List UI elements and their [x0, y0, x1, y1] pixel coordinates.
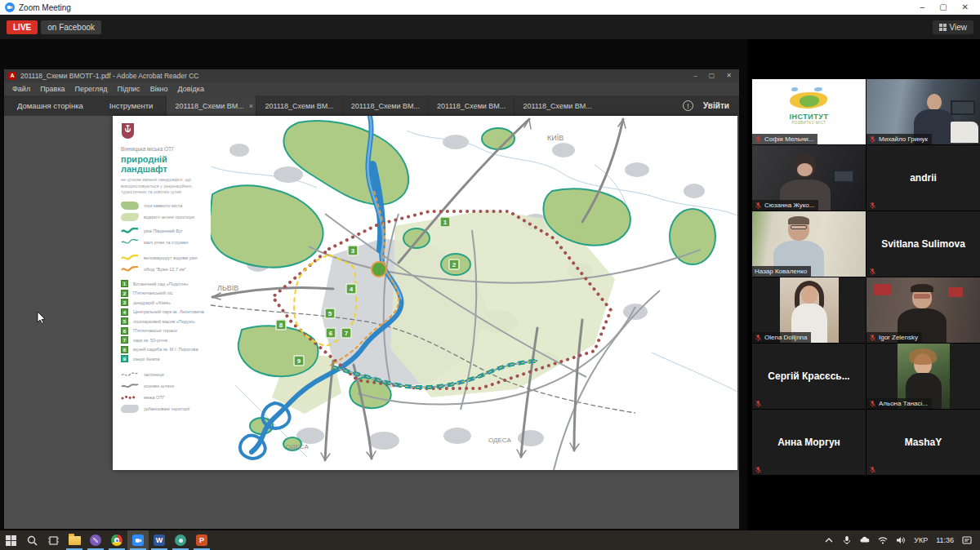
svg-text:1: 1 — [443, 219, 448, 226]
task-view-icon — [48, 535, 59, 546]
pdf-viewport[interactable]: Вінницька міська ОТГ природній ландшафт … — [4, 116, 739, 529]
onedrive-icon[interactable] — [860, 535, 870, 545]
svg-text:9: 9 — [297, 357, 301, 365]
close-tab-icon[interactable]: × — [249, 102, 253, 110]
mic-muted-icon — [869, 334, 876, 341]
start-button[interactable] — [0, 530, 21, 550]
participant-name: Svitlana Sulimova — [866, 211, 980, 277]
tab-tools[interactable]: Інструменти — [96, 95, 167, 116]
doc-tab-3[interactable]: 201118_Схеми ВМ... — [342, 95, 428, 116]
mic-muted-icon — [869, 268, 876, 275]
live-on-facebook-label[interactable]: on Facebook — [41, 20, 101, 34]
tray-mic-icon[interactable] — [842, 535, 852, 545]
institute-logo-title: ІНСТИТУТ — [777, 113, 841, 121]
site-number: 4 — [121, 308, 128, 316]
mic-muted-icon — [755, 400, 762, 407]
acrobat-maximize-icon[interactable]: ▢ — [709, 69, 715, 82]
close-icon[interactable]: ✕ — [962, 0, 969, 15]
participant-tile-active-speaker[interactable]: Назар Коваленко — [752, 211, 866, 277]
participant-tile[interactable]: Olena Dolijnna — [752, 277, 866, 343]
participant-tile[interactable]: Svitlana Sulimova — [866, 211, 980, 277]
tab-home[interactable]: Домашня сторінка — [4, 95, 96, 116]
powerpoint-button[interactable]: P — [191, 530, 212, 550]
zoom-icon — [132, 534, 144, 546]
doc-tab-2[interactable]: 201118_Схеми ВМ... — [256, 95, 341, 116]
view-button[interactable]: View — [933, 20, 974, 34]
participant-tile[interactable]: MashaY — [866, 410, 980, 475]
menu-view[interactable]: Перегляд — [75, 85, 108, 93]
acrobat-app-icon: A — [8, 72, 16, 80]
menu-sign[interactable]: Підпис — [118, 85, 140, 93]
action-center-icon[interactable] — [962, 535, 972, 545]
roads-swatch — [121, 382, 139, 390]
maximize-icon[interactable]: ▢ — [939, 0, 947, 15]
participant-tile[interactable]: Igor Zelensky — [866, 277, 980, 343]
map-legend: Вінницька міська ОТГ природній ландшафт … — [121, 122, 212, 416]
institute-logo-subtitle: РОЗВИТКУ МІСТ — [777, 121, 841, 125]
menu-edit[interactable]: Правка — [40, 85, 65, 93]
menu-file[interactable]: Файл — [12, 85, 30, 93]
label-kyiv: КИЇВ — [547, 134, 564, 142]
participant-tile[interactable]: Сюзанна Жуко... — [752, 145, 866, 211]
participant-tile[interactable]: Анна Моргун — [752, 410, 866, 475]
doc-tab-5[interactable]: 201118_Схеми ВМ... — [514, 95, 599, 116]
openland-swatch — [121, 213, 139, 221]
participant-name: Сюзанна Жуко... — [764, 202, 814, 209]
media-app-button[interactable] — [170, 530, 191, 550]
mic-muted-icon — [869, 400, 876, 407]
participant-tile[interactable]: Альона Танасі... — [866, 344, 980, 409]
participant-name: Igor Zelensky — [879, 334, 918, 341]
doc-tab-4[interactable]: 201118_Схеми ВМ... — [428, 95, 514, 116]
viber-button[interactable] — [85, 530, 106, 550]
infra-label: межа ОТГ — [144, 395, 165, 400]
site-label: Ботанічний сад «Поділля» — [133, 282, 188, 286]
clock[interactable]: 11:36 — [936, 536, 954, 544]
minimize-icon[interactable]: – — [920, 0, 925, 15]
network-icon[interactable] — [878, 535, 888, 545]
menu-window[interactable]: Вікно — [150, 85, 168, 93]
site-number: 6 — [121, 327, 128, 335]
participant-name: Анна Моргун — [752, 410, 866, 475]
word-button[interactable]: W — [149, 530, 170, 550]
participant-tile[interactable]: ІНСТИТУТ РОЗВИТКУ МІСТ Софія Мельни... — [752, 79, 866, 144]
word-icon: W — [154, 534, 165, 546]
legend-area-label: відкриті зелені простори — [144, 215, 194, 220]
doc-tab-1[interactable]: 201118_Схеми ВМ... × — [166, 95, 256, 116]
participant-tile[interactable]: Михайло Гринук — [866, 79, 980, 144]
file-explorer-button[interactable] — [64, 530, 85, 550]
legend-area-label: малі річки та струмки — [144, 240, 188, 245]
acrobat-minimize-icon[interactable]: – — [693, 69, 697, 82]
participant-tile[interactable]: Сергій Красєсь... — [752, 344, 866, 409]
mic-muted-icon — [755, 202, 762, 209]
acrobat-titlebar: A 201118_Схеми ВМОТГ-1.pdf - Adobe Acrob… — [4, 69, 739, 82]
language-indicator[interactable]: УКР — [914, 536, 928, 544]
svg-text:5: 5 — [328, 310, 332, 317]
hidden-icons-chevron[interactable] — [824, 535, 834, 545]
site-number: 1 — [121, 280, 128, 287]
participants-panel: ІНСТИТУТ РОЗВИТКУ МІСТ Софія Мельни... М… — [747, 39, 980, 530]
site-label: Центральний парк ім. Леонтовича — [133, 309, 204, 314]
ukraine-map-logo-icon — [786, 87, 832, 112]
acrobat-menubar: Файл Правка Перегляд Підпис Вікно Довідк… — [4, 82, 739, 95]
svg-text:6: 6 — [329, 330, 333, 337]
zoom-app-button[interactable] — [127, 530, 149, 550]
svg-text:2: 2 — [452, 261, 457, 268]
label-odesa-b: ОДЕСА — [488, 437, 511, 444]
boundary-swatch — [121, 393, 139, 401]
railway-swatch — [121, 370, 139, 379]
sign-in-button[interactable]: Увійти — [703, 101, 729, 110]
search-button[interactable] — [21, 530, 42, 550]
bike-route-swatch — [121, 254, 139, 262]
acrobat-close-icon[interactable]: ✕ — [726, 69, 732, 82]
menu-help[interactable]: Довідка — [178, 85, 204, 93]
site-number: 5 — [121, 317, 128, 325]
notifications-icon[interactable]: ! — [683, 100, 693, 111]
chrome-button[interactable] — [106, 530, 127, 550]
site-number: 9 — [121, 355, 128, 362]
participant-tile[interactable]: andrii — [866, 145, 980, 211]
video-grid: ІНСТИТУТ РОЗВИТКУ МІСТ Софія Мельни... М… — [752, 79, 980, 475]
mic-muted-icon — [869, 202, 876, 209]
acrobat-title: 201118_Схеми ВМОТГ-1.pdf - Adobe Acrobat… — [20, 72, 693, 80]
task-view-button[interactable] — [42, 530, 64, 550]
volume-icon[interactable] — [896, 535, 906, 545]
